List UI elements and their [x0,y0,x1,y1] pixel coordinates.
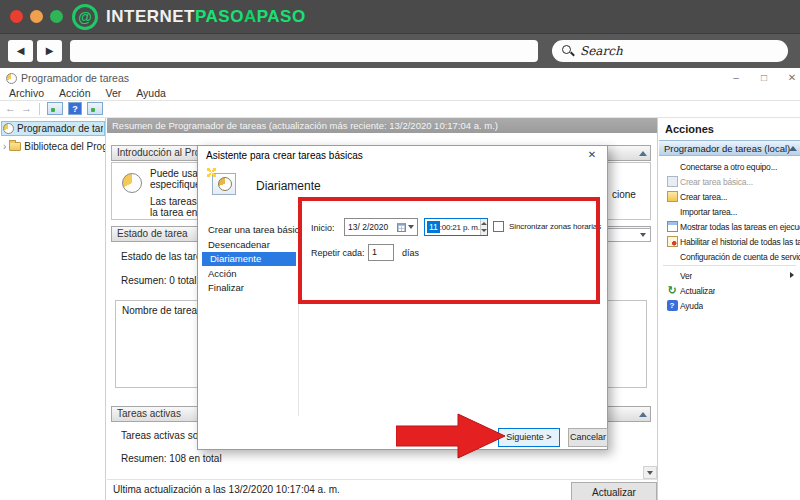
siguiente-button[interactable]: Siguiente > [498,428,560,447]
action-item-crear-tarea[interactable]: Crear tarea... [659,189,800,204]
window-restore-button[interactable]: □ [756,71,772,85]
browser-forward-button[interactable]: ▶ [37,40,62,62]
repeat-unit-label: días [402,248,419,258]
repetir-cada-label: Repetir cada: [311,248,365,258]
sync-timezones-checkbox[interactable] [493,221,504,232]
window-minimize-button[interactable]: – [728,71,744,85]
wizard-nav-desencadenar[interactable]: Desencadenar [198,238,298,252]
wizard-nav-finalizar[interactable]: Finalizar [198,281,298,295]
inicio-label: Inicio: [311,223,335,233]
search-box[interactable]: Search [552,40,788,62]
action-item-actualizar[interactable]: ↻ Actualizar [659,283,800,298]
time-spin-buttons[interactable] [480,219,487,235]
history-icon [667,236,678,247]
folder-icon [9,142,21,151]
browser-back-button[interactable]: ◀ [8,40,33,62]
menu-accion[interactable]: Acción [59,87,91,100]
forward-arrow-icon: ▶ [46,45,54,56]
help-icon: ? [667,300,678,311]
intro-text-fragment: cione [612,189,648,200]
task-scheduler-icon [6,73,17,84]
refresh-icon: ↻ [667,285,676,296]
time-rest-value: :00:21 p. m. [440,223,480,232]
task-scheduler-icon [3,123,14,134]
restore-icon: □ [761,72,767,83]
actions-panel-title: Acciones [665,123,714,135]
toolbar-forward-icon[interactable]: → [21,102,32,115]
brand-logo-icon: @ [72,4,98,30]
expand-chevron-icon[interactable]: › [3,141,6,152]
menu-bar: Archivo Acción Ver Ayuda [0,87,800,100]
window-close-button[interactable]: ✕ [784,71,800,85]
dialog-close-button[interactable]: ✕ [585,149,599,160]
divider [107,479,658,480]
divider [663,265,796,266]
start-time-spinner[interactable]: 11 :00:21 p. m. [424,218,488,236]
sparkle-icon [207,168,216,177]
summary-header: Resumen de Programador de tareas (actual… [107,118,658,133]
action-item-crear-tarea-basica[interactable]: Crear tarea básica... [659,174,800,189]
address-bar[interactable] [70,40,538,62]
browser-navbar: ◀ ▶ Search [0,34,800,68]
estado-period-dropdown[interactable] [607,228,651,242]
show-action-pane-icon[interactable] [87,102,103,115]
time-hour-selected[interactable]: 11 [427,221,440,233]
collapse-section-icon[interactable] [639,412,647,417]
toolbar-separator [39,103,40,115]
scheduler-clock-icon [122,173,142,193]
menu-archivo[interactable]: Archivo [9,87,44,100]
cancelar-button[interactable]: Cancelar [568,428,608,447]
back-arrow-icon: ◀ [17,45,25,56]
wizard-step-heading: Diariamente [256,179,321,193]
actions-panel: Acciones Programador de tareas (local) C… [659,118,800,500]
browser-titlebar: @ INTERNETPASOAPASO [0,0,800,34]
basic-task-wizard-dialog: Asistente para crear tareas básicas ✕ Di… [197,145,608,450]
dropdown-arrow-icon [640,233,646,237]
wizard-nav-crear-tarea-basica[interactable]: Crear una tarea básica [198,223,298,237]
menu-ver[interactable]: Ver [106,87,122,100]
action-item-habilitar-historial[interactable]: Habilitar el historial de todas las tar.… [659,234,800,249]
dialog-title: Asistente para crear tareas básicas [206,150,363,161]
search-icon [562,45,574,57]
menu-ayuda[interactable]: Ayuda [136,87,166,100]
tree-item-task-scheduler-library[interactable]: › Biblioteca del Programad [3,139,105,154]
start-date-picker[interactable]: 13/ 2/2020 [344,218,418,236]
toolbar: ← → ? [0,101,800,116]
action-item-conectarse[interactable]: Conectarse a otro equipo... [659,159,800,174]
minimize-traffic-light-icon[interactable] [30,10,43,23]
activas-summary-count: Resumen: 108 en total [121,453,296,464]
close-traffic-light-icon[interactable] [10,10,23,23]
show-console-tree-icon[interactable] [47,102,63,115]
wizard-nav-diariamente[interactable]: Diariamente [202,252,296,266]
brand-wordmark: INTERNETPASOAPASO [106,0,306,34]
toolbar-back-icon[interactable]: ← [5,102,16,115]
console-tree-panel: Programador de tareas (local › Bibliotec… [0,118,106,500]
action-item-mostrar-tareas[interactable]: Mostrar todas las tareas en ejecución [659,219,800,234]
screenshot-root: @ INTERNETPASOAPASO ◀ ▶ Search Programad… [0,0,800,500]
action-item-ayuda[interactable]: ? Ayuda [659,298,800,313]
actions-group-header[interactable]: Programador de tareas (local) [659,140,800,156]
wizard-nav-accion[interactable]: Acción [198,267,298,281]
toolbar-help-icon[interactable]: ? [68,102,82,115]
window-title: Programador de tareas [21,72,129,84]
divider [298,208,299,416]
collapse-group-icon[interactable] [789,146,797,151]
tree-item-label: Programador de tareas (local [17,123,103,134]
maximize-traffic-light-icon[interactable] [50,10,63,23]
repeat-interval-input[interactable]: 1 [368,244,394,261]
scroll-down-icon [647,471,653,475]
action-item-importar-tarea[interactable]: Importar tarea... [659,204,800,219]
collapse-section-icon[interactable] [639,151,647,156]
action-item-ver[interactable]: Ver [659,268,800,283]
dropdown-arrow-icon [408,225,414,229]
close-icon: ✕ [588,149,596,160]
spin-up-icon[interactable] [481,222,487,225]
close-icon: ✕ [788,72,796,83]
scroll-down-button[interactable] [643,466,657,479]
spin-down-icon[interactable] [481,229,487,232]
create-task-icon [667,191,678,202]
basic-task-icon [667,176,678,187]
tree-item-task-scheduler-local[interactable]: Programador de tareas (local [1,121,105,136]
action-item-configuracion-cuenta[interactable]: Configuración de cuenta de servici... [659,249,800,264]
refresh-button[interactable]: Actualizar [571,482,657,500]
